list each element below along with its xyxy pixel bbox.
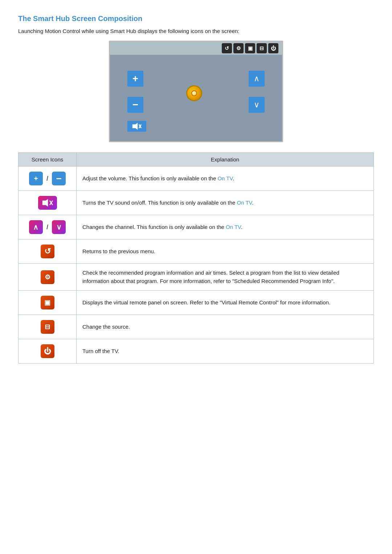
explanation-channel: Changes the channel. This function is on… — [82, 224, 242, 230]
slash-divider: / — [46, 175, 48, 182]
schedule-icon: ⚙ — [41, 270, 54, 284]
power-icon: ⏻ — [41, 344, 54, 358]
channel-down-icon: ∨ — [52, 220, 66, 234]
explanation-cell-mute: Turns the TV sound on/off. This function… — [77, 191, 374, 215]
intro-text: Launching Motion Control while using Sma… — [18, 28, 374, 34]
svg-marker-0 — [132, 123, 138, 130]
explanation-cell-channel: Changes the channel. This function is on… — [77, 215, 374, 239]
explanation-virtual-remote: Displays the virtual remote panel on scr… — [82, 299, 330, 305]
table-row: Turns the TV sound on/off. This function… — [19, 191, 374, 215]
tv-source-icon: ⊟ — [257, 43, 267, 53]
icon-cell-power: ⏻ — [19, 339, 77, 364]
schedule-icons: ⚙ — [41, 270, 54, 284]
explanation-cell-schedule: Check the recommended program informatio… — [77, 264, 374, 291]
col-explanation: Explanation — [77, 153, 374, 167]
tv-top-bar: ↺ ⚙ ▣ ⊟ ⏻ — [110, 42, 282, 55]
tv-remote-icon: ▣ — [245, 43, 255, 53]
explanation-mute: Turns the TV sound on/off. This function… — [82, 200, 253, 206]
on-tv-link-volume[interactable]: On TV — [217, 175, 233, 181]
table-row: ⏻ Turn off the TV. — [19, 339, 374, 364]
back-icons: ↺ — [41, 245, 54, 258]
tv-cursor-inner — [191, 90, 197, 96]
icon-cell-back: ↺ — [19, 239, 77, 264]
icon-cell-channel: ∧ / ∨ — [19, 215, 77, 239]
tv-cursor — [186, 85, 202, 101]
explanation-source: Change the source. — [82, 324, 130, 330]
slash-divider2: / — [46, 223, 48, 231]
table-row: + / − Adjust the volume. This function i… — [19, 167, 374, 191]
explanation-cell-back: Returns to the previous menu. — [77, 239, 374, 264]
back-icon: ↺ — [41, 245, 54, 258]
virtual-remote-icon: ▣ — [41, 296, 54, 309]
tv-settings-icon: ⚙ — [233, 43, 244, 53]
table-row: ⊟ Change the source. — [19, 315, 374, 339]
tv-down-btn: ∨ — [249, 97, 265, 113]
power-icons: ⏻ — [41, 344, 54, 358]
tv-diagram: ↺ ⚙ ▣ ⊟ ⏻ + − ∧ ∨ — [109, 41, 283, 142]
table-row: ⚙ Check the recommended program informat… — [19, 264, 374, 291]
channel-up-icon: ∧ — [29, 220, 43, 234]
icon-cell-volume: + / − — [19, 167, 77, 191]
table-row: ▣ Displays the virtual remote panel on s… — [19, 291, 374, 315]
mute-icon — [38, 196, 57, 210]
explanation-cell-volume: Adjust the volume. This function is only… — [77, 167, 374, 191]
page-title: The Smart Hub Screen Composition — [18, 15, 374, 23]
on-tv-link-mute[interactable]: On TV — [237, 200, 252, 206]
on-tv-link-channel[interactable]: On TV — [226, 224, 241, 230]
table-row: ∧ / ∨ Changes the channel. This function… — [19, 215, 374, 239]
explanation-cell-power: Turn off the TV. — [77, 339, 374, 364]
explanation-schedule: Check the recommended program informatio… — [82, 270, 339, 284]
explanation-volume: Adjust the volume. This function is only… — [82, 175, 234, 181]
tv-plus-btn: + — [127, 71, 143, 87]
volume-icons: + / − — [29, 172, 66, 185]
icons-table: Screen Icons Explanation + / − Adjust th… — [18, 152, 374, 364]
tv-back-icon: ↺ — [222, 43, 232, 53]
channel-icons: ∧ / ∨ — [29, 220, 66, 234]
explanation-cell-virtual-remote: Displays the virtual remote panel on scr… — [77, 291, 374, 315]
virtual-remote-icons: ▣ — [41, 296, 54, 309]
source-icons: ⊟ — [41, 320, 54, 334]
tv-power-icon: ⏻ — [268, 43, 278, 53]
mute-icons — [38, 196, 57, 210]
explanation-power: Turn off the TV. — [82, 348, 119, 354]
icon-cell-mute — [19, 191, 77, 215]
explanation-back: Returns to the previous menu. — [82, 248, 155, 254]
icon-cell-source: ⊟ — [19, 315, 77, 339]
tv-mute-btn — [127, 121, 146, 132]
col-screen-icons: Screen Icons — [19, 153, 77, 167]
plus-icon: + — [29, 172, 43, 185]
icon-cell-schedule: ⚙ — [19, 264, 77, 291]
svg-marker-3 — [42, 199, 48, 206]
tv-up-btn: ∧ — [249, 71, 265, 87]
tv-minus-btn: − — [127, 97, 143, 113]
minus-icon: − — [52, 172, 66, 185]
explanation-cell-source: Change the source. — [77, 315, 374, 339]
source-icon: ⊟ — [41, 320, 54, 334]
icon-cell-virtual-remote: ▣ — [19, 291, 77, 315]
table-row: ↺ Returns to the previous menu. — [19, 239, 374, 264]
